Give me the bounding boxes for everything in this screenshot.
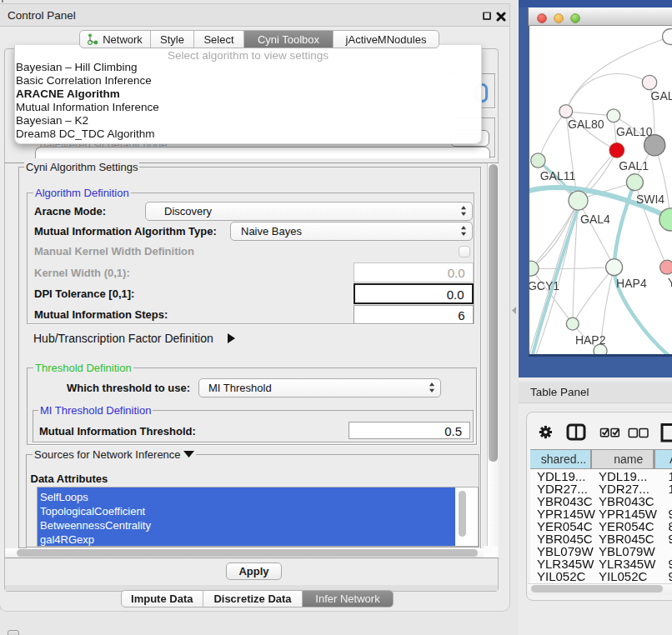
svg-text:GAL10: GAL10 — [616, 125, 653, 138]
svg-text:GAL7: GAL7 — [651, 89, 672, 102]
svg-text:GAL1: GAL1 — [619, 159, 649, 172]
svg-text:YJ: YJ — [668, 276, 672, 289]
svg-text:GAL80: GAL80 — [568, 118, 604, 131]
svg-text:HAP4: HAP4 — [616, 277, 647, 290]
svg-text:GCY1: GCY1 — [529, 279, 559, 292]
svg-text:HAP2: HAP2 — [575, 333, 606, 347]
svg-text:SWI4: SWI4 — [636, 192, 664, 206]
svg-text:GAL4: GAL4 — [580, 212, 610, 226]
svg-text:GAL11: GAL11 — [540, 169, 576, 182]
